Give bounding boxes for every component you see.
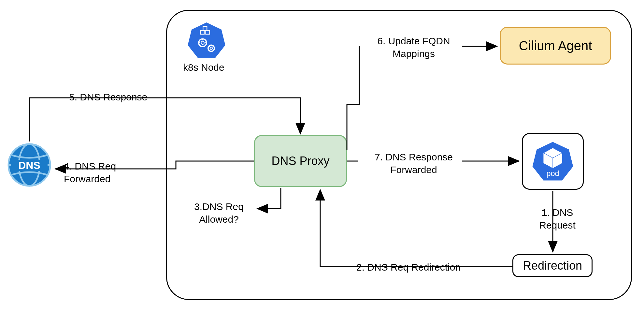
step6-label: 6. Update FQDNMappings: [371, 35, 456, 60]
redirection-box: Redirection: [512, 254, 593, 277]
k8s-label: k8s Node: [183, 62, 224, 73]
dns-proxy-label: DNS Proxy: [271, 154, 329, 168]
cilium-agent-label: Cilium Agent: [519, 38, 592, 53]
svg-line-14: [213, 46, 213, 47]
pod-text: pod: [546, 170, 559, 178]
svg-line-8: [199, 40, 200, 41]
cilium-agent-box: Cilium Agent: [500, 27, 611, 65]
step2-label: 2. DNS Req Redirection: [356, 261, 461, 274]
svg-line-15: [209, 46, 209, 47]
dns-text: DNS: [18, 159, 40, 171]
step7-label: 7. DNS ResponseForwarded: [371, 151, 456, 176]
pod-icon: pod: [532, 140, 574, 183]
dns-proxy-box: DNS Proxy: [254, 135, 347, 187]
step5-label: 5. DNS Response: [69, 91, 147, 103]
step4-label: 4. DNS ReqForwarded: [64, 160, 116, 185]
redirection-label: Redirection: [523, 259, 582, 273]
step3-label: 3.DNS ReqAllowed?: [190, 200, 248, 226]
step1-label: 1. DNS Request: [523, 206, 592, 231]
pod-box: pod: [522, 133, 584, 190]
k8s-icon: [187, 21, 226, 60]
svg-line-7: [205, 40, 206, 41]
dns-globe-icon: DNS: [7, 142, 52, 188]
